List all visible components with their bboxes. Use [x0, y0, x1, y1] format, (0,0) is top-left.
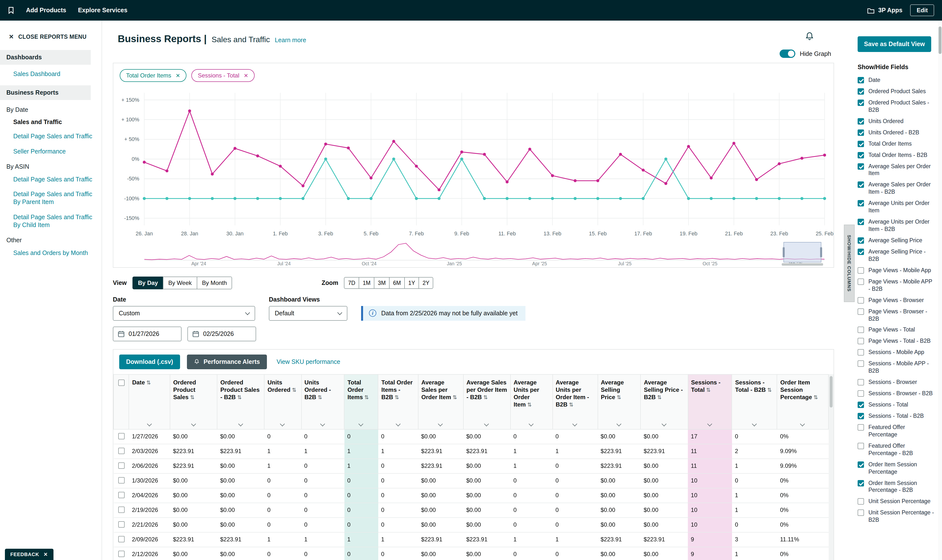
checked-checkbox[interactable] [857, 480, 864, 486]
close-reports-menu-button[interactable]: ✕ CLOSE REPORTS MENU [0, 33, 102, 40]
checked-checkbox[interactable] [857, 140, 864, 147]
sort-icon[interactable]: ⇅ [527, 402, 532, 407]
checked-checkbox[interactable] [857, 461, 864, 468]
field-toggle-date[interactable]: Date [857, 77, 935, 84]
unchecked-checkbox[interactable] [857, 308, 864, 315]
end-date-input[interactable]: 02/25/2026 [187, 326, 256, 341]
page-scrollbar-thumb[interactable] [939, 26, 942, 54]
sort-icon[interactable]: ⇅ [483, 394, 488, 400]
column-header-order-item-session-percentage[interactable]: Order Item Session Percentage⇅ [777, 374, 828, 429]
checked-checkbox[interactable] [857, 200, 864, 207]
bookmark-icon[interactable] [8, 6, 14, 14]
sidebar-item-sales-and-traffic[interactable]: Sales and Traffic [0, 115, 102, 129]
sidebar-item-detail-page-sales-and-traffic[interactable]: Detail Page Sales and Traffic [0, 172, 102, 187]
column-header-date[interactable]: Date⇅ [129, 374, 170, 429]
column-header-average-sales-per-order-item-b2b[interactable]: Average Sales per Order Item - B2B⇅ [463, 374, 510, 429]
zoom-option-1y[interactable]: 1Y [404, 277, 419, 289]
column-menu-chevron-icon[interactable] [438, 422, 443, 426]
view-option-by-day[interactable]: By Day [133, 276, 163, 289]
sort-icon[interactable]: ⇅ [617, 394, 621, 400]
sidebar-item-seller-performance[interactable]: Seller Performance [0, 144, 102, 159]
field-toggle-sessions-total-b2b[interactable]: Sessions - Total - B2B [857, 412, 935, 420]
checked-checkbox[interactable] [857, 129, 864, 135]
field-toggle-sessions-browser-b2b[interactable]: Sessions - Browser - B2B [857, 390, 935, 397]
unchecked-checkbox[interactable] [857, 498, 864, 505]
feedback-button[interactable]: FEEDBACK ✕ [5, 549, 53, 560]
column-menu-chevron-icon[interactable] [752, 422, 757, 426]
zoom-option-6m[interactable]: 6M [389, 277, 405, 289]
performance-alerts-button[interactable]: Performance Alerts [187, 354, 267, 369]
field-toggle-page-views-browser-b2b[interactable]: Page Views - Browser - B2B [857, 308, 935, 322]
column-menu-chevron-icon[interactable] [191, 422, 196, 426]
unchecked-checkbox[interactable] [857, 278, 864, 285]
metric-pill-total-order-items[interactable]: Total Order Items✕ [120, 69, 187, 82]
field-toggle-page-views-total-b2b[interactable]: Page Views - Total - B2B [857, 338, 935, 345]
checked-checkbox[interactable] [857, 182, 864, 188]
checked-checkbox[interactable] [857, 237, 864, 244]
field-toggle-page-views-mobile-app[interactable]: Page Views - Mobile App [857, 267, 935, 274]
field-toggle-sessions-mobile-app[interactable]: Sessions - Mobile App [857, 349, 935, 356]
unchecked-checkbox[interactable] [857, 424, 864, 431]
column-header-ordered-product-sales[interactable]: Ordered Product Sales⇅ [170, 374, 217, 429]
unchecked-checkbox[interactable] [857, 361, 864, 367]
field-toggle-order-item-session-percentage-b2b[interactable]: Order Item Session Percentage - B2B [857, 479, 935, 494]
column-header-average-units-per-order-item[interactable]: Average Units per Order Item⇅ [510, 374, 552, 429]
column-header-sessions-total-b2b[interactable]: Sessions - Total - B2B⇅ [732, 374, 777, 429]
field-toggle-sessions-mobile-app-b2b[interactable]: Sessions - Mobile APP - B2B [857, 360, 935, 375]
checked-checkbox[interactable] [857, 249, 864, 255]
unchecked-checkbox[interactable] [857, 338, 864, 345]
notification-bell-icon[interactable] [805, 31, 814, 43]
show-hide-columns-tab[interactable]: SHOW/HIDE COLUMNS [844, 225, 855, 302]
checked-checkbox[interactable] [857, 163, 864, 169]
sidebar-item-sales-and-orders-by-month[interactable]: Sales and Orders by Month [0, 246, 102, 261]
checked-checkbox[interactable] [857, 88, 864, 95]
column-header-units-ordered-b2b[interactable]: Units Ordered - B2B⇅ [301, 374, 344, 429]
start-date-input[interactable]: 01/27/2026 [113, 326, 182, 341]
field-toggle-page-views-browser[interactable]: Page Views - Browser [857, 297, 935, 304]
view-option-by-week[interactable]: By Week [163, 276, 197, 289]
column-menu-chevron-icon[interactable] [617, 422, 621, 426]
sort-icon[interactable]: ⇅ [318, 394, 322, 400]
column-menu-chevron-icon[interactable] [280, 422, 285, 426]
column-header-average-selling-price[interactable]: Average Selling Price⇅ [598, 374, 641, 429]
row-checkbox[interactable] [118, 462, 124, 469]
hide-graph-toggle[interactable] [780, 49, 795, 58]
3p-apps-link[interactable]: 3P Apps [867, 7, 902, 14]
sidebar-item-detail-page-sales-and-traffic-by-child-item[interactable]: Detail Page Sales and Traffic By Child I… [0, 210, 102, 232]
row-checkbox[interactable] [118, 551, 124, 557]
column-header-total-order-items[interactable]: Total Order Items⇅ [344, 374, 378, 429]
column-menu-chevron-icon[interactable] [484, 422, 489, 426]
field-toggle-featured-offer-percentage[interactable]: Featured Offer Percentage [857, 424, 935, 438]
sort-icon[interactable]: ⇅ [767, 387, 772, 392]
unchecked-checkbox[interactable] [857, 390, 864, 397]
scrollbar-thumb[interactable] [829, 376, 833, 407]
checked-checkbox[interactable] [857, 77, 864, 83]
row-checkbox[interactable] [118, 521, 124, 528]
topnav-link-add-products[interactable]: Add Products [26, 7, 66, 14]
row-checkbox[interactable] [118, 492, 124, 498]
sort-icon[interactable]: ⇅ [237, 394, 242, 400]
field-toggle-unit-session-percentage-b2b[interactable]: Unit Session Percentage - B2B [857, 509, 935, 524]
table-scrollbar[interactable] [829, 374, 834, 560]
unchecked-checkbox[interactable] [857, 349, 864, 356]
row-checkbox[interactable] [118, 448, 124, 454]
page-scrollbar[interactable] [938, 21, 942, 560]
field-toggle-order-item-session-percentage[interactable]: Order Item Session Percentage [857, 461, 935, 475]
column-menu-chevron-icon[interactable] [800, 422, 805, 426]
unchecked-checkbox[interactable] [857, 443, 864, 449]
sort-icon[interactable]: ⇅ [706, 387, 711, 392]
checked-checkbox[interactable] [857, 152, 864, 158]
remove-metric-icon[interactable]: ✕ [244, 72, 248, 79]
field-toggle-average-selling-price-b2b[interactable]: Average Selling Price - B2B [857, 248, 935, 263]
metric-pill-sessions-total[interactable]: Sessions - Total✕ [191, 69, 254, 82]
remove-metric-icon[interactable]: ✕ [176, 72, 180, 79]
checked-checkbox[interactable] [857, 219, 864, 225]
sort-icon[interactable]: ⇅ [364, 394, 369, 400]
sort-icon[interactable]: ⇅ [453, 394, 457, 400]
view-sku-performance-link[interactable]: View SKU performance [276, 358, 340, 365]
field-toggle-total-order-items-b2b[interactable]: Total Order Items - B2B [857, 151, 935, 158]
column-menu-chevron-icon[interactable] [320, 422, 325, 426]
field-toggle-sessions-browser[interactable]: Sessions - Browser [857, 378, 935, 386]
view-option-by-month[interactable]: By Month [197, 276, 232, 289]
checked-checkbox[interactable] [857, 402, 864, 408]
